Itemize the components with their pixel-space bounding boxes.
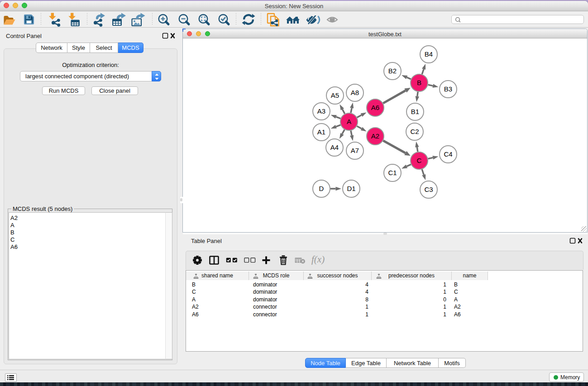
svg-text:C4: C4 xyxy=(444,150,452,158)
svg-text:C2: C2 xyxy=(410,128,419,135)
svg-text:A5: A5 xyxy=(331,91,339,99)
svg-text:B3: B3 xyxy=(444,85,452,93)
svg-text:D1: D1 xyxy=(347,185,355,192)
svg-text:A8: A8 xyxy=(351,89,359,96)
svg-text:A6: A6 xyxy=(371,104,379,111)
svg-text:C: C xyxy=(417,157,422,164)
svg-text:A3: A3 xyxy=(317,107,325,115)
svg-text:A1: A1 xyxy=(317,128,325,136)
svg-text:A7: A7 xyxy=(351,147,359,154)
svg-text:A: A xyxy=(347,118,351,125)
svg-text:C3: C3 xyxy=(424,186,433,193)
svg-text:A4: A4 xyxy=(330,143,339,151)
svg-text:B4: B4 xyxy=(425,50,433,58)
svg-text:B2: B2 xyxy=(388,67,397,75)
svg-text:A2: A2 xyxy=(371,132,379,140)
svg-text:C1: C1 xyxy=(388,169,397,176)
svg-text:D: D xyxy=(319,185,324,192)
svg-text:B: B xyxy=(417,79,421,86)
svg-text:B1: B1 xyxy=(411,108,419,115)
